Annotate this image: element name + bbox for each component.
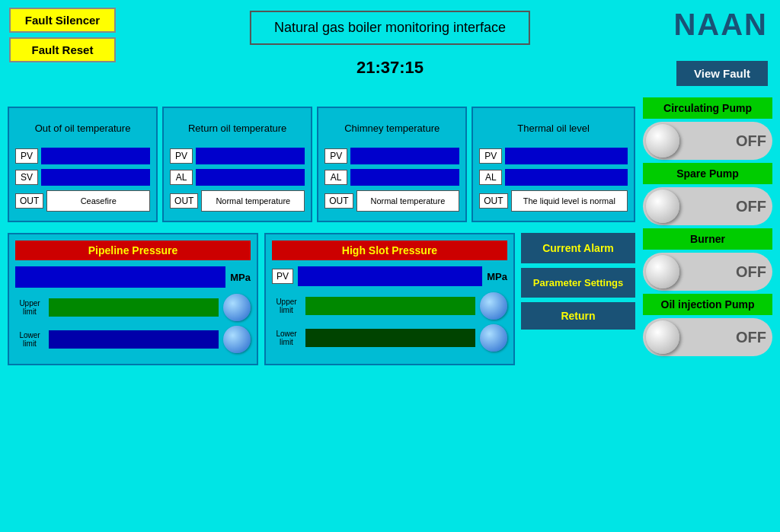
al-label-1: AL xyxy=(170,170,193,185)
pv-display-2 xyxy=(350,148,459,164)
circulating-pump-toggle[interactable]: OFF xyxy=(643,122,772,160)
al-row-3: AL xyxy=(479,169,628,186)
high-slot-lower-limit-row: Lowerlimit xyxy=(272,324,507,352)
toggle-circle xyxy=(646,124,679,158)
circulating-pump-state: OFF xyxy=(736,132,766,150)
page-title: Natural gas boiler monitoring interface xyxy=(250,11,530,45)
al-display-3 xyxy=(505,169,628,186)
pipeline-lower-limit-button[interactable] xyxy=(223,326,251,353)
out-label-1: OUT xyxy=(170,193,198,209)
pv-display-0 xyxy=(41,148,150,164)
burner-label[interactable]: Burner xyxy=(643,228,772,250)
circulating-pump-label[interactable]: Circulating Pump xyxy=(643,97,772,119)
return-oil-panel: Return oil temperature PV AL OUT Normal … xyxy=(162,107,312,222)
pv-row-1: PV xyxy=(170,148,305,164)
out-label-0: OUT xyxy=(15,193,43,209)
fault-silencer-button[interactable]: Fault Silencer xyxy=(9,8,116,33)
high-slot-pressure-value xyxy=(298,266,482,286)
pv-label-3: PV xyxy=(479,148,502,164)
clock-display: 21:37:15 xyxy=(356,58,424,78)
high-slot-pv-label: PV xyxy=(272,269,293,284)
pipeline-pressure-unit: MPa xyxy=(230,272,251,283)
thermal-oil-level-panel: Thermal oil level PV AL OUT The liquid l… xyxy=(472,107,635,222)
sv-display-0 xyxy=(41,169,150,186)
pv-label-1: PV xyxy=(170,148,193,164)
return-oil-title: Return oil temperature xyxy=(170,114,305,142)
pv-display-1 xyxy=(196,148,305,164)
pipeline-upper-limit-display xyxy=(49,298,219,317)
fault-reset-button[interactable]: Fault Reset xyxy=(9,37,116,62)
parameter-settings-button[interactable]: Parameter Settings xyxy=(521,268,635,298)
pipeline-lower-limit-row: Lowerlimit xyxy=(15,326,251,353)
pv-row-3: PV xyxy=(479,148,628,164)
pipeline-pressure-title: Pipeline Pressure xyxy=(15,241,251,260)
pipeline-upper-limit-label: Upperlimit xyxy=(15,299,44,316)
naan-logo: NAAN xyxy=(673,8,768,42)
pipeline-upper-limit-button[interactable] xyxy=(223,294,251,321)
out-of-oil-title: Out of oil temperature xyxy=(15,114,150,142)
out-label-2: OUT xyxy=(324,193,353,209)
out-row-1: OUT Normal temperature xyxy=(170,190,305,212)
out-row-3: OUT The liquid level is normal xyxy=(479,190,628,212)
high-slot-pressure-title: High Slot Pressure xyxy=(272,241,507,260)
pipeline-pressure-panel: Pipeline Pressure MPa Upperlimit Lowerli… xyxy=(8,233,258,365)
al-display-2 xyxy=(350,169,459,186)
pv-label-0: PV xyxy=(15,148,38,164)
pv-row-0: PV xyxy=(15,148,150,164)
out-row-2: OUT Normal temperature xyxy=(324,190,459,212)
high-slot-upper-limit-row: Upperlimit xyxy=(272,292,507,320)
spare-pump-toggle[interactable]: OFF xyxy=(643,187,772,225)
burner-state: OFF xyxy=(736,263,766,281)
pv-display-3 xyxy=(505,148,628,164)
toggle-circle-3 xyxy=(646,255,679,288)
out-value-0: Ceasefire xyxy=(46,190,150,212)
toggle-circle-2 xyxy=(646,190,679,223)
high-slot-pressure-unit: MPa xyxy=(487,271,507,282)
current-alarm-button[interactable]: Current Alarm xyxy=(521,233,635,263)
pipeline-lower-limit-label: Lowerlimit xyxy=(15,331,44,348)
view-fault-button[interactable]: View Fault xyxy=(676,61,768,86)
high-slot-lower-limit-display xyxy=(305,329,475,347)
pipeline-upper-limit-row: Upperlimit xyxy=(15,294,251,321)
chimney-temp-title: Chimney temperature xyxy=(324,114,459,142)
thermal-oil-level-title: Thermal oil level xyxy=(479,114,628,142)
pv-row-2: PV xyxy=(324,148,459,164)
burner-toggle[interactable]: OFF xyxy=(643,253,772,291)
al-row-2: AL xyxy=(324,169,459,186)
sv-row-0: SV xyxy=(15,169,150,186)
alarm-settings-panel: Current Alarm Parameter Settings Return xyxy=(521,233,635,365)
out-label-3: OUT xyxy=(479,193,507,209)
pv-label-2: PV xyxy=(324,148,347,164)
high-slot-lower-limit-label: Lowerlimit xyxy=(272,330,301,346)
pipeline-pressure-value xyxy=(15,266,225,288)
spare-pump-label[interactable]: Spare Pump xyxy=(643,163,772,184)
pipeline-pressure-display: MPa xyxy=(15,266,251,288)
oil-injection-pump-label[interactable]: Oil injection Pump xyxy=(643,294,772,315)
al-label-3: AL xyxy=(479,170,502,185)
high-slot-upper-limit-display xyxy=(305,297,475,315)
high-slot-pressure-display: PV MPa xyxy=(272,266,507,286)
al-display-1 xyxy=(196,169,305,186)
toggle-circle-4 xyxy=(646,320,679,354)
out-value-2: Normal temperature xyxy=(356,190,460,212)
return-button[interactable]: Return xyxy=(521,302,635,330)
spare-pump-state: OFF xyxy=(736,198,766,215)
out-row-0: OUT Ceasefire xyxy=(15,190,150,212)
high-slot-lower-limit-button[interactable] xyxy=(480,324,507,352)
oil-injection-pump-toggle[interactable]: OFF xyxy=(643,318,772,356)
al-label-2: AL xyxy=(324,170,347,185)
al-row-1: AL xyxy=(170,169,305,186)
high-slot-upper-limit-button[interactable] xyxy=(480,292,507,320)
sv-label-0: SV xyxy=(15,170,38,185)
out-value-3: The liquid level is normal xyxy=(511,190,628,212)
oil-injection-pump-state: OFF xyxy=(736,329,766,346)
high-slot-upper-limit-label: Upperlimit xyxy=(272,298,301,314)
out-value-1: Normal temperature xyxy=(201,190,305,212)
pump-controls: Circulating Pump OFF Spare Pump OFF Burn… xyxy=(643,97,772,356)
out-of-oil-panel: Out of oil temperature PV SV OUT Ceasefi… xyxy=(8,107,158,222)
fault-buttons: Fault Silencer Fault Reset xyxy=(9,8,116,62)
header: Fault Silencer Fault Reset Natural gas b… xyxy=(0,0,780,67)
pipeline-lower-limit-display xyxy=(49,330,219,349)
high-slot-pressure-panel: High Slot Pressure PV MPa Upperlimit Low… xyxy=(264,233,515,365)
chimney-temp-panel: Chimney temperature PV AL OUT Normal tem… xyxy=(317,107,467,222)
